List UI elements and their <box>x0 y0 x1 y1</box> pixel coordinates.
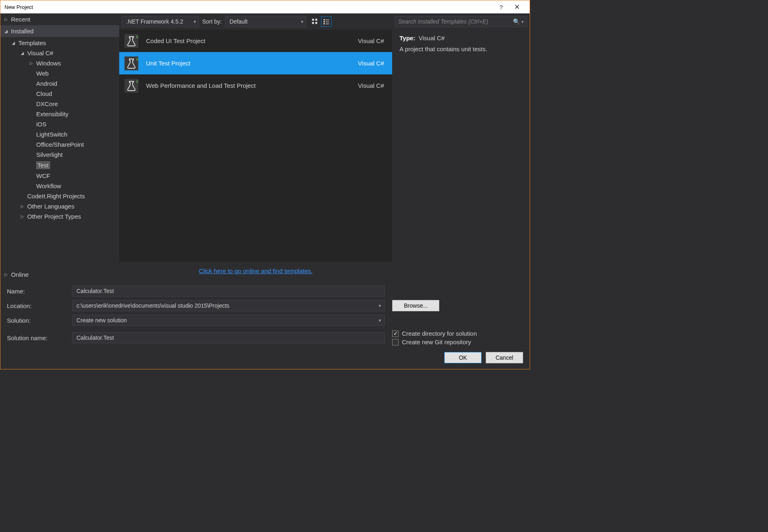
chevron-down-icon: ◢ <box>21 51 25 55</box>
chevron-down-icon[interactable]: ▾ <box>520 20 524 24</box>
tree-category[interactable]: WCF <box>0 171 116 181</box>
type-label: Type: <box>399 35 415 41</box>
tree-category[interactable]: Silverlight <box>0 150 116 160</box>
type-value: Visual C# <box>419 35 445 41</box>
tree-category[interactable]: Test <box>0 160 116 171</box>
chevron-right-icon: ▷ <box>4 272 9 277</box>
right-panel: 🔍 ▾ Type: Visual C# A project that conta… <box>392 13 530 280</box>
tree-templates[interactable]: ◢ Templates <box>0 38 116 48</box>
chevron-right-icon: ▷ <box>21 214 25 219</box>
solution-name-value: Calculator.Test <box>76 334 114 341</box>
template-list[interactable]: Coded UI Test Project Visual C# Unit Tes… <box>119 30 392 262</box>
tree-category-label: Silverlight <box>36 151 63 158</box>
sidebar-installed[interactable]: ◢ Installed <box>0 25 119 37</box>
svg-rect-7 <box>326 20 329 20</box>
solution-dropdown[interactable]: Create new solution <box>72 315 385 326</box>
tree-other-languages[interactable]: ▷ Other Languages <box>0 201 116 211</box>
template-row[interactable]: Web Performance and Load Test Project Vi… <box>119 74 392 97</box>
sort-dropdown[interactable]: Default <box>225 16 306 27</box>
search-bar: 🔍 ▾ <box>392 13 530 30</box>
online-link-row: Click here to go online and find templat… <box>119 262 392 280</box>
help-icon[interactable]: ? <box>494 4 508 11</box>
svg-rect-5 <box>315 22 317 24</box>
tree-category-label: Office/SharePoint <box>36 141 84 148</box>
tree-category-label: WCF <box>36 172 50 179</box>
location-value: c:\users\erik\onedrive\documents\visual … <box>76 302 229 309</box>
template-description: A project that contains unit tests. <box>399 46 522 52</box>
tree-visual-csharp[interactable]: ◢ Visual C# <box>0 48 116 58</box>
tree-category[interactable]: Cloud <box>0 89 116 99</box>
tree-category-label: DXCore <box>36 100 58 107</box>
tree-category[interactable]: LightSwitch <box>0 129 116 139</box>
tree-other-languages-label: Other Languages <box>27 203 74 210</box>
chevron-right-icon: ▷ <box>30 61 34 65</box>
ok-button[interactable]: OK <box>444 352 482 363</box>
solution-value: Create new solution <box>76 317 127 324</box>
close-icon[interactable]: ✕ <box>508 3 526 11</box>
create-directory-checkbox[interactable]: ✓ Create directory for solution <box>392 329 523 338</box>
svg-rect-11 <box>326 24 329 24</box>
name-input[interactable]: Calculator.Test <box>72 285 385 297</box>
create-git-checkbox[interactable]: Create new Git repository <box>392 338 523 346</box>
sidebar-online-label: Online <box>11 271 28 278</box>
tree-category[interactable]: Office/SharePoint <box>0 139 116 150</box>
tree-category-label: Web <box>36 70 49 77</box>
create-git-label: Create new Git repository <box>402 339 471 345</box>
framework-dropdown[interactable]: .NET Framework 4.5.2 <box>122 16 199 27</box>
chevron-down-icon: ◢ <box>4 29 9 33</box>
tree-category[interactable]: iOS <box>0 119 116 129</box>
search-input[interactable] <box>398 18 511 25</box>
chevron-right-icon: ▷ <box>4 17 9 22</box>
tree-other-project-types[interactable]: ▷ Other Project Types <box>0 211 116 221</box>
cancel-button[interactable]: Cancel <box>486 352 523 363</box>
location-input[interactable]: c:\users\erik\onedrive\documents\visual … <box>72 300 385 311</box>
list-view-icon[interactable] <box>321 16 332 27</box>
template-row[interactable]: Coded UI Test Project Visual C# <box>119 30 392 52</box>
tree-category-label: LightSwitch <box>36 131 68 138</box>
tree-category[interactable]: Android <box>0 78 116 89</box>
template-language: Visual C# <box>358 60 384 67</box>
browse-button[interactable]: Browse... <box>392 300 439 311</box>
sidebar-recent-label: Recent <box>11 16 31 23</box>
center-column: .NET Framework 4.5.2 Sort by: Default <box>119 13 392 280</box>
tree-visual-csharp-label: Visual C# <box>27 50 53 56</box>
template-row[interactable]: Unit Test Project Visual C# <box>119 52 392 74</box>
name-value: Calculator.Test <box>76 288 114 294</box>
sidebar: ▷ Recent ◢ Installed ◢ Templates ◢ Visua… <box>0 13 119 280</box>
sidebar-tree[interactable]: ◢ Templates ◢ Visual C# ▷WindowsWebAndro… <box>0 37 119 269</box>
sort-value: Default <box>229 18 247 25</box>
search-icon[interactable]: 🔍 <box>511 18 520 25</box>
flask-icon <box>123 78 140 94</box>
name-label: Name: <box>7 288 72 295</box>
location-label: Location: <box>7 302 72 309</box>
tree-category[interactable]: DXCore <box>0 99 116 109</box>
tree-category-label: Windows <box>36 60 61 67</box>
sort-by-label: Sort by: <box>202 18 222 25</box>
tree-templates-label: Templates <box>18 39 46 46</box>
tree-other-project-types-label: Other Project Types <box>27 213 81 220</box>
button-row: OK Cancel <box>0 348 530 369</box>
tree-codeit-label: CodeIt.Right Projects <box>27 193 85 200</box>
flask-icon <box>123 55 140 72</box>
solution-name-label: Solution name: <box>7 334 72 341</box>
chevron-right-icon: ▷ <box>21 204 25 208</box>
search-box[interactable]: 🔍 ▾ <box>395 16 527 27</box>
tree-category[interactable]: ▷Windows <box>0 58 116 68</box>
tree-category-label: Extensibility <box>36 111 68 117</box>
svg-rect-9 <box>326 22 329 22</box>
sidebar-online[interactable]: ▷ Online <box>0 269 119 280</box>
checkbox-icon: ✓ <box>392 330 399 337</box>
sidebar-recent[interactable]: ▷ Recent <box>0 13 119 25</box>
tree-category[interactable]: Web <box>0 68 116 78</box>
title-bar: New Project ? ✕ <box>0 0 530 13</box>
tree-category[interactable]: Extensibility <box>0 109 116 119</box>
tree-category-label: Android <box>36 80 57 87</box>
window-title: New Project <box>4 4 33 10</box>
tree-codeit[interactable]: CodeIt.Right Projects <box>0 191 116 201</box>
online-link[interactable]: Click here to go online and find templat… <box>199 267 312 274</box>
tree-category-label: Test <box>36 161 50 169</box>
tree-category[interactable]: Workflow <box>0 181 116 191</box>
svg-rect-4 <box>312 22 314 24</box>
solution-name-input[interactable]: Calculator.Test <box>72 332 385 343</box>
grid-view-icon[interactable] <box>310 16 320 27</box>
